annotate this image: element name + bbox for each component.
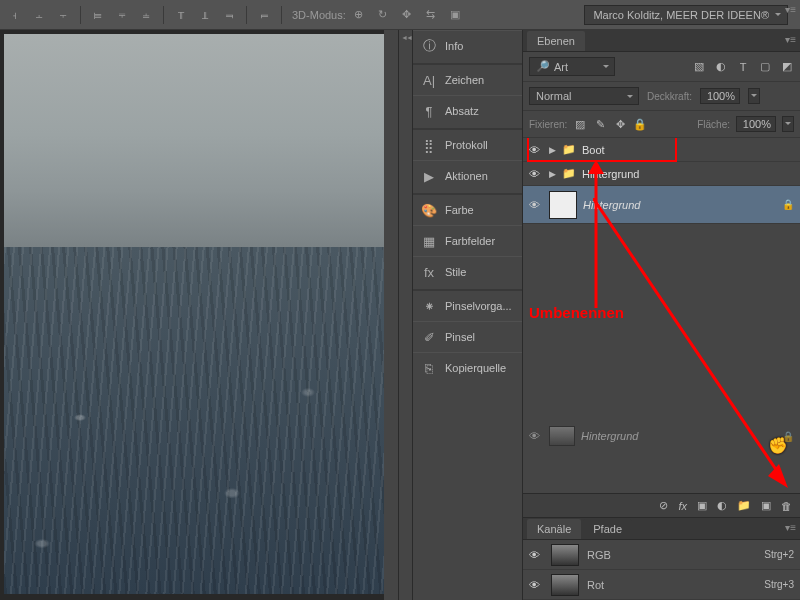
expand-arrow-icon[interactable]: ▶ xyxy=(549,145,556,155)
channels-panel: Kanäle Pfade ▾≡ 👁 RGB Strg+2 👁 Rot Strg+… xyxy=(523,517,800,600)
channel-shortcut: Strg+2 xyxy=(764,549,794,560)
channel-rot[interactable]: 👁 Rot Strg+3 xyxy=(523,570,800,600)
channel-rgb[interactable]: 👁 RGB Strg+2 xyxy=(523,540,800,570)
filter-pixel-icon[interactable]: ▧ xyxy=(692,60,706,74)
channel-thumbnail xyxy=(551,574,579,596)
align-bottom-icon[interactable]: ⫨ xyxy=(135,4,157,26)
distribute-spacing-icon[interactable]: ⫭ xyxy=(253,4,275,26)
visibility-toggle[interactable]: 👁 xyxy=(529,579,543,591)
layer-filter-row: 🔎 Art ▧ ◐ T ▢ ◩ xyxy=(523,52,800,82)
info-panel-button[interactable]: ⓘInfo xyxy=(413,30,522,61)
clone-source-panel-button[interactable]: ⎘Kopierquelle xyxy=(413,352,522,383)
folder-icon: 📁 xyxy=(562,167,576,180)
layer-background[interactable]: 👁 Hintergrund 🔒 xyxy=(523,186,800,224)
align-top-icon[interactable]: ⫢ xyxy=(87,4,109,26)
mask-icon[interactable]: ▣ xyxy=(697,499,707,512)
align-middle-icon[interactable]: ⫧ xyxy=(111,4,133,26)
paragraph-icon: ¶ xyxy=(421,103,437,119)
panel-collapse-strip[interactable] xyxy=(398,30,412,600)
document-image xyxy=(4,34,384,594)
tab-paths[interactable]: Pfade xyxy=(583,519,632,539)
slide-icon[interactable]: ⇆ xyxy=(420,4,442,26)
history-icon: ⣿ xyxy=(421,137,437,153)
layer-folder-hintergrund[interactable]: 👁 ▶ 📁 Hintergrund xyxy=(523,162,800,186)
expand-arrow-icon[interactable]: ▶ xyxy=(549,169,556,179)
fill-slider-toggle[interactable] xyxy=(782,116,794,132)
layer-filter-type[interactable]: 🔎 Art xyxy=(529,57,615,76)
channel-name: RGB xyxy=(587,549,611,561)
svg-marker-3 xyxy=(768,464,788,488)
grab-cursor-icon: ✊ xyxy=(768,436,788,455)
visibility-toggle[interactable]: 👁 xyxy=(529,199,543,211)
color-panel-button[interactable]: 🎨Farbe xyxy=(413,193,522,225)
swatches-icon: ▦ xyxy=(421,233,437,249)
align-right-icon[interactable]: ⫟ xyxy=(52,4,74,26)
clone-source-icon: ⎘ xyxy=(421,360,437,376)
visibility-toggle[interactable]: 👁 xyxy=(529,549,543,561)
opacity-slider-toggle[interactable] xyxy=(748,88,760,104)
rotate-icon[interactable]: ↻ xyxy=(372,4,394,26)
vertical-scrollbar[interactable] xyxy=(384,30,398,600)
lock-position-icon[interactable]: ✥ xyxy=(613,117,627,131)
layers-bottom-toolbar: ⊘ fx ▣ ◐ 📁 ▣ 🗑 xyxy=(523,493,800,517)
distribute-h-icon[interactable]: ⫪ xyxy=(170,4,192,26)
new-group-icon[interactable]: 📁 xyxy=(737,499,751,512)
panel-menu-icon[interactable]: ▾≡ xyxy=(785,4,796,15)
filter-adjust-icon[interactable]: ◐ xyxy=(714,60,728,74)
tab-channels[interactable]: Kanäle xyxy=(527,519,581,539)
lock-transparent-icon[interactable]: ▨ xyxy=(573,117,587,131)
layers-list: 👁 ▶ 📁 Boot 👁 ▶ 📁 Hintergrund 👁 Hintergru… xyxy=(523,138,800,493)
filter-shape-icon[interactable]: ▢ xyxy=(758,60,772,74)
channel-name: Rot xyxy=(587,579,604,591)
orbit-icon[interactable]: ⊕ xyxy=(348,4,370,26)
actions-panel-button[interactable]: ▶Aktionen xyxy=(413,160,522,191)
layer-folder-boot[interactable]: 👁 ▶ 📁 Boot xyxy=(523,138,800,162)
distribute-v-icon[interactable]: ⫫ xyxy=(194,4,216,26)
tab-layers[interactable]: Ebenen xyxy=(527,31,585,51)
brush-panel-button[interactable]: ✐Pinsel xyxy=(413,321,522,352)
layer-thumbnail[interactable] xyxy=(549,191,577,219)
styles-icon: fx xyxy=(421,264,437,280)
layers-panel-menu-icon[interactable]: ▾≡ xyxy=(785,34,796,45)
fx-icon[interactable]: fx xyxy=(678,500,687,512)
visibility-toggle[interactable]: 👁 xyxy=(529,144,543,156)
swatches-panel-button[interactable]: ▦Farbfelder xyxy=(413,225,522,256)
brush-presets-panel-button[interactable]: ⁕Pinselvorga... xyxy=(413,289,522,321)
visibility-toggle[interactable]: 👁 xyxy=(529,168,543,180)
new-layer-icon[interactable]: ▣ xyxy=(761,499,771,512)
blend-mode-select[interactable]: Normal xyxy=(529,87,639,105)
lock-icon[interactable]: 🔒 xyxy=(782,199,794,210)
channel-thumbnail xyxy=(551,544,579,566)
lock-all-icon[interactable]: 🔒 xyxy=(633,117,647,131)
layers-tab-bar: Ebenen ▾≡ xyxy=(523,30,800,52)
lock-label: Fixieren: xyxy=(529,119,567,130)
character-icon: A| xyxy=(421,72,437,88)
dragged-layer-ghost: 👁 Hintergrund 🔒 xyxy=(529,419,794,453)
align-left-icon[interactable]: ⫞ xyxy=(4,4,26,26)
right-panel-column: ▾≡ Ebenen ▾≡ 🔎 Art ▧ ◐ T ▢ ◩ Normal Deck… xyxy=(522,30,800,600)
history-panel-button[interactable]: ⣿Protokoll xyxy=(413,128,522,160)
color-icon: 🎨 xyxy=(421,202,437,218)
fill-value[interactable]: 100% xyxy=(736,116,776,132)
filter-smart-icon[interactable]: ◩ xyxy=(780,60,794,74)
user-menu[interactable]: Marco Kolditz, MEER DER IDEEN® xyxy=(584,5,788,25)
styles-panel-button[interactable]: fxStile xyxy=(413,256,522,287)
brush-presets-icon: ⁕ xyxy=(421,298,437,314)
camera-icon[interactable]: ▣ xyxy=(444,4,466,26)
filter-text-icon[interactable]: T xyxy=(736,60,750,74)
collapsed-panels-column: ⓘInfo A|Zeichen ¶Absatz ⣿Protokoll ▶Akti… xyxy=(412,30,522,600)
opacity-value[interactable]: 100% xyxy=(700,88,740,104)
opacity-label: Deckkraft: xyxy=(647,91,692,102)
pan-icon[interactable]: ✥ xyxy=(396,4,418,26)
lock-pixels-icon[interactable]: ✎ xyxy=(593,117,607,131)
adjustment-icon[interactable]: ◐ xyxy=(717,499,727,512)
align-center-icon[interactable]: ⫠ xyxy=(28,4,50,26)
distribute-icon[interactable]: ⫬ xyxy=(218,4,240,26)
channels-panel-menu-icon[interactable]: ▾≡ xyxy=(785,522,796,533)
delete-layer-icon[interactable]: 🗑 xyxy=(781,500,792,512)
channel-shortcut: Strg+3 xyxy=(764,579,794,590)
character-panel-button[interactable]: A|Zeichen xyxy=(413,63,522,95)
canvas[interactable] xyxy=(0,30,398,600)
paragraph-panel-button[interactable]: ¶Absatz xyxy=(413,95,522,126)
link-layers-icon[interactable]: ⊘ xyxy=(659,499,668,512)
